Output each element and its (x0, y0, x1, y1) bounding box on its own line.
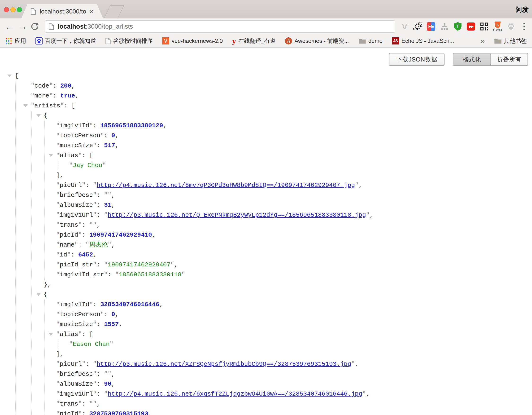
json-line: { (0, 290, 532, 299)
json-line: ], (0, 170, 532, 180)
json-line: { (0, 71, 532, 81)
json-line: "albumSize": 90, (0, 379, 532, 389)
indent-guide (15, 81, 16, 415)
collapse-triangle-icon[interactable] (49, 154, 53, 157)
json-line: "img1v1Id_str": "18569651883380118" (0, 270, 532, 280)
indent-guide (57, 339, 57, 349)
json-line: }, (0, 280, 532, 290)
page-content: 下载JSON数据 格式化 折叠所有 {"code": 200,"more": t… (0, 48, 532, 415)
json-viewer: {"code": 200,"more": true,"artists": [{"… (0, 0, 532, 415)
json-line: "img1v1Url": "http://p4.music.126.net/6x… (0, 389, 532, 399)
collapse-triangle-icon[interactable] (36, 114, 41, 117)
json-line: "picId_str": "19097417462929407", (0, 260, 532, 270)
json-line: "artists": [ (0, 101, 532, 111)
json-line: "id": 6452, (0, 250, 532, 260)
json-line: "Jay Chou" (0, 160, 532, 170)
json-link[interactable]: http://p4.music.126.net/8mv7qP30Pd3oHW8b… (97, 182, 355, 189)
json-line: "briefDesc": "", (0, 369, 532, 379)
json-line: { (0, 111, 532, 121)
json-line: "briefDesc": "", (0, 190, 532, 200)
json-line: "img1v1Id": 3285340746016446, (0, 299, 532, 309)
json-line: "alias": [ (0, 329, 532, 339)
json-line: "trans": "", (0, 220, 532, 230)
collapse-triangle-icon[interactable] (23, 104, 28, 107)
indent-guide (44, 299, 45, 415)
indent-guide (31, 111, 32, 415)
json-line: "albumSize": 31, (0, 200, 532, 210)
json-link[interactable]: http://p3.music.126.net/XZrSQeNpsfjyRmib… (97, 361, 351, 368)
collapse-triangle-icon[interactable] (49, 333, 53, 336)
json-line: "topicPerson": 0, (0, 309, 532, 319)
collapse-triangle-icon[interactable] (36, 293, 41, 296)
json-line: "code": 200, (0, 81, 532, 91)
json-line: "musicSize": 517, (0, 141, 532, 151)
json-line: "musicSize": 1557, (0, 319, 532, 329)
json-line: "img1v1Url": "http://p3.music.126.net/Q_… (0, 210, 532, 220)
indent-guide (57, 160, 57, 170)
json-line: "Eason Chan" (0, 339, 532, 349)
json-line: "picId": 3287539769315193, (0, 409, 532, 415)
json-line: "picId": 19097417462929410, (0, 230, 532, 240)
browser-window: localhost:3000/top_artists × 阿发 ← → loca… (0, 0, 532, 415)
json-line: "img1v1Id": 18569651883380120, (0, 121, 532, 131)
json-link[interactable]: http://p3.music.126.net/Q_ExePNkmqB2yWyL… (108, 212, 366, 219)
collapse-triangle-icon[interactable] (7, 75, 12, 77)
json-link[interactable]: http://p4.music.126.net/6xqsfT2ZLjdgzbwO… (108, 390, 362, 397)
json-line: ], (0, 349, 532, 359)
indent-guide (44, 121, 45, 280)
json-line: "picUrl": "http://p3.music.126.net/XZrSQ… (0, 359, 532, 369)
json-line: "alias": [ (0, 151, 532, 160)
json-line: "name": "周杰伦", (0, 240, 532, 250)
json-line: "trans": "", (0, 399, 532, 409)
json-line: "picUrl": "http://p4.music.126.net/8mv7q… (0, 180, 532, 190)
json-line: "topicPerson": 0, (0, 131, 532, 141)
json-line: "more": true, (0, 91, 532, 101)
